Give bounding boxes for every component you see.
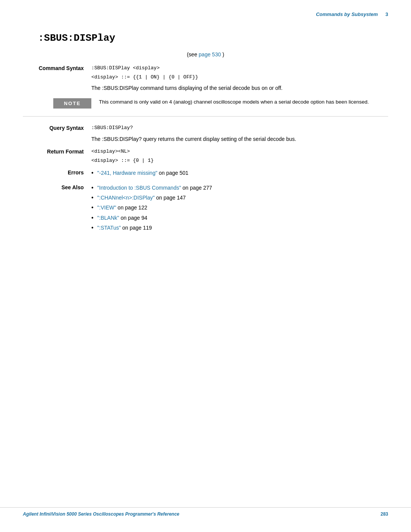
errors-list: • "-241, Hardware missing" on page 501: [91, 169, 388, 177]
query-syntax-code: :SBUS:DISPlay?: [91, 124, 388, 132]
bullet-icon: •: [91, 203, 94, 212]
see-also-item-5: • ":STATus" on page 119: [91, 224, 388, 232]
query-syntax-label: Query Syntax: [23, 124, 91, 143]
see-text: (see: [187, 51, 197, 58]
see-also-link-1[interactable]: "Introduction to :SBUS Commands": [97, 185, 181, 191]
header-page-number: 3: [386, 11, 388, 17]
errors-list-item: • "-241, Hardware missing" on page 501: [91, 169, 388, 177]
footer-right-page: 283: [381, 511, 388, 517]
see-also-content: • "Introduction to :SBUS Commands" on pa…: [91, 184, 388, 234]
return-format-code1: <display><NL>: [91, 148, 388, 155]
bullet-icon: •: [91, 169, 94, 177]
see-also-item-3: • ":VIEW" on page 122: [91, 203, 388, 212]
see-also-link-2[interactable]: ":CHANnel<n>:DISPlay": [97, 195, 155, 201]
note-label: NOTE: [53, 98, 91, 109]
return-format-content: <display><NL> <display> ::= {0 | 1}: [91, 148, 388, 164]
see-also-text-4: on page 94: [121, 215, 147, 221]
see-also-item-2: • ":CHANnel<n>:DISPlay" on page 147: [91, 193, 388, 202]
command-syntax-code2: <display> ::= {{1 | ON} | {0 | OFF}}: [91, 73, 388, 81]
see-also-text-1: on page 277: [183, 185, 212, 191]
command-syntax-label: Command Syntax: [23, 64, 91, 92]
return-format-code2: <display> ::= {0 | 1}: [91, 157, 388, 165]
bullet-icon: •: [91, 184, 94, 192]
see-also-item-4: • ":BLANk" on page 94: [91, 214, 388, 222]
return-format-label: Return Format: [23, 148, 91, 164]
see-also-link-4[interactable]: ":BLANk": [97, 215, 119, 221]
page-header: Commands by Subsystem 3: [0, 0, 411, 21]
note-content: This command is only valid on 4 (analog)…: [99, 98, 388, 106]
errors-content: • "-241, Hardware missing" on page 501: [91, 169, 388, 179]
footer-left-text: Agilent InfiniiVision 5000 Series Oscill…: [23, 511, 179, 517]
query-syntax-content: :SBUS:DISPlay? The :SBUS:DISPlay? query …: [91, 124, 388, 143]
see-also-text-3: on page 122: [118, 204, 147, 211]
errors-link-1[interactable]: "-241, Hardware missing": [97, 170, 158, 176]
see-also-link-3[interactable]: ":VIEW": [97, 204, 116, 211]
command-syntax-row: Command Syntax :SBUS:DISPlay <display> <…: [23, 64, 388, 92]
see-also-link-5[interactable]: ":STATus": [97, 225, 121, 231]
see-also-item-1: • "Introduction to :SBUS Commands" on pa…: [91, 184, 388, 192]
header-section-title: Commands by Subsystem: [316, 11, 378, 17]
errors-label: Errors: [23, 169, 91, 179]
command-syntax-desc: The :SBUS:DISPlay command turns displayi…: [91, 84, 388, 92]
main-content: :SBUS:DISPlay (see page 530 ) Command Sy…: [0, 21, 411, 261]
return-format-row: Return Format <display><NL> <display> ::…: [23, 148, 388, 164]
page-container: Commands by Subsystem 3 :SBUS:DISPlay (s…: [0, 0, 411, 532]
bullet-icon: •: [91, 193, 94, 202]
see-also-label: See Also: [23, 184, 91, 234]
bullet-icon: •: [91, 214, 94, 222]
command-syntax-code1: :SBUS:DISPlay <display>: [91, 64, 388, 72]
see-also-list: • "Introduction to :SBUS Commands" on pa…: [91, 184, 388, 232]
errors-text-1: on page 501: [159, 170, 188, 176]
see-also-text-5: on page 119: [122, 225, 152, 231]
see-close: ): [222, 51, 224, 58]
page-footer: Agilent InfiniiVision 5000 Series Oscill…: [0, 507, 411, 521]
command-title: :SBUS:DISPlay: [23, 32, 388, 44]
errors-row: Errors • "-241, Hardware missing" on pag…: [23, 169, 388, 179]
see-also-row: See Also • "Introduction to :SBUS Comman…: [23, 184, 388, 234]
see-page-ref: (see page 530 ): [23, 51, 388, 58]
command-syntax-content: :SBUS:DISPlay <display> <display> ::= {{…: [91, 64, 388, 92]
note-row: NOTE This command is only valid on 4 (an…: [23, 98, 388, 109]
query-syntax-desc: The :SBUS:DISPlay? query returns the cur…: [91, 135, 388, 143]
bullet-icon: •: [91, 224, 94, 232]
query-syntax-row: Query Syntax :SBUS:DISPlay? The :SBUS:DI…: [23, 124, 388, 143]
see-also-text-2: on page 147: [156, 195, 186, 201]
section-divider: [23, 116, 388, 117]
see-page-link[interactable]: page 530: [199, 51, 221, 58]
